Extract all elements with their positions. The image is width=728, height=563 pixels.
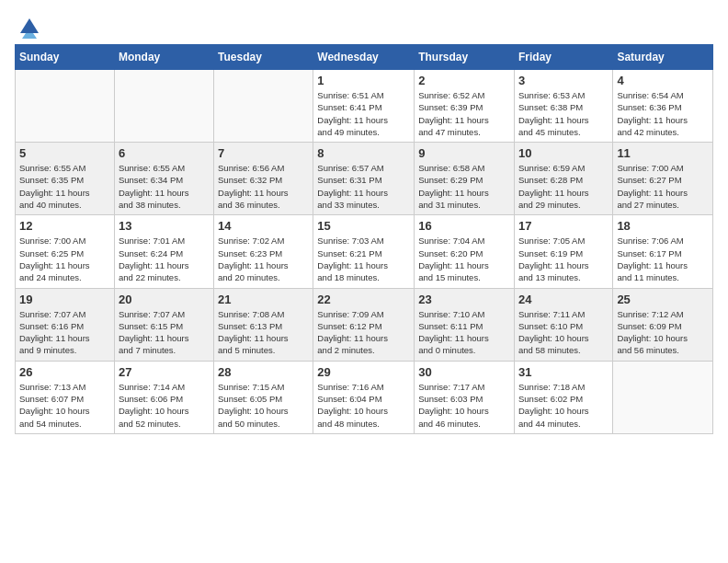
logo-icon bbox=[17, 15, 42, 40]
day-number: 14 bbox=[218, 219, 309, 233]
day-number: 5 bbox=[19, 146, 110, 160]
calendar-cell: 25Sunrise: 7:12 AM Sunset: 6:09 PM Dayli… bbox=[613, 288, 713, 361]
week-row-5: 26Sunrise: 7:13 AM Sunset: 6:07 PM Dayli… bbox=[16, 361, 713, 433]
calendar-cell bbox=[214, 70, 313, 143]
day-number: 15 bbox=[317, 219, 410, 233]
calendar-cell: 29Sunrise: 7:16 AM Sunset: 6:04 PM Dayli… bbox=[313, 361, 415, 433]
calendar-cell: 28Sunrise: 7:15 AM Sunset: 6:05 PM Dayli… bbox=[214, 361, 313, 433]
logo bbox=[15, 15, 42, 35]
calendar-cell: 11Sunrise: 7:00 AM Sunset: 6:27 PM Dayli… bbox=[613, 143, 713, 215]
day-info: Sunrise: 7:07 AM Sunset: 6:16 PM Dayligh… bbox=[19, 308, 110, 357]
day-info: Sunrise: 7:07 AM Sunset: 6:15 PM Dayligh… bbox=[119, 308, 210, 357]
calendar-cell: 22Sunrise: 7:09 AM Sunset: 6:12 PM Dayli… bbox=[313, 288, 415, 361]
calendar-cell: 18Sunrise: 7:06 AM Sunset: 6:17 PM Dayli… bbox=[613, 215, 713, 288]
header bbox=[15, 15, 713, 35]
col-header-tuesday: Tuesday bbox=[214, 45, 313, 70]
calendar-table: SundayMondayTuesdayWednesdayThursdayFrid… bbox=[15, 44, 713, 434]
day-info: Sunrise: 7:17 AM Sunset: 6:03 PM Dayligh… bbox=[418, 381, 510, 430]
col-header-wednesday: Wednesday bbox=[313, 45, 415, 70]
calendar-cell: 6Sunrise: 6:55 AM Sunset: 6:34 PM Daylig… bbox=[114, 143, 213, 215]
day-number: 17 bbox=[518, 219, 609, 233]
week-row-4: 19Sunrise: 7:07 AM Sunset: 6:16 PM Dayli… bbox=[16, 288, 713, 361]
calendar-cell: 20Sunrise: 7:07 AM Sunset: 6:15 PM Dayli… bbox=[114, 288, 213, 361]
calendar-cell: 4Sunrise: 6:54 AM Sunset: 6:36 PM Daylig… bbox=[613, 70, 713, 143]
calendar-cell: 21Sunrise: 7:08 AM Sunset: 6:13 PM Dayli… bbox=[214, 288, 313, 361]
calendar-cell: 30Sunrise: 7:17 AM Sunset: 6:03 PM Dayli… bbox=[415, 361, 515, 433]
day-number: 25 bbox=[617, 293, 709, 306]
day-info: Sunrise: 6:57 AM Sunset: 6:31 PM Dayligh… bbox=[317, 162, 410, 211]
calendar-cell: 8Sunrise: 6:57 AM Sunset: 6:31 PM Daylig… bbox=[313, 143, 415, 215]
calendar-cell: 27Sunrise: 7:14 AM Sunset: 6:06 PM Dayli… bbox=[114, 361, 213, 433]
day-info: Sunrise: 7:14 AM Sunset: 6:06 PM Dayligh… bbox=[119, 381, 210, 430]
calendar-cell: 10Sunrise: 6:59 AM Sunset: 6:28 PM Dayli… bbox=[514, 143, 612, 215]
col-header-monday: Monday bbox=[114, 45, 213, 70]
day-number: 11 bbox=[617, 146, 709, 160]
day-number: 18 bbox=[617, 219, 709, 233]
col-header-saturday: Saturday bbox=[613, 45, 713, 70]
day-info: Sunrise: 7:12 AM Sunset: 6:09 PM Dayligh… bbox=[617, 308, 709, 357]
week-row-1: 1Sunrise: 6:51 AM Sunset: 6:41 PM Daylig… bbox=[16, 70, 713, 143]
svg-marker-1 bbox=[22, 33, 37, 39]
day-info: Sunrise: 6:52 AM Sunset: 6:39 PM Dayligh… bbox=[418, 89, 510, 138]
day-number: 6 bbox=[119, 146, 210, 160]
day-info: Sunrise: 7:08 AM Sunset: 6:13 PM Dayligh… bbox=[218, 308, 309, 357]
day-number: 4 bbox=[617, 74, 709, 87]
day-number: 19 bbox=[19, 293, 110, 306]
day-info: Sunrise: 6:53 AM Sunset: 6:38 PM Dayligh… bbox=[518, 89, 609, 138]
calendar-cell: 17Sunrise: 7:05 AM Sunset: 6:19 PM Dayli… bbox=[514, 215, 612, 288]
day-number: 26 bbox=[19, 365, 110, 379]
calendar-cell: 7Sunrise: 6:56 AM Sunset: 6:32 PM Daylig… bbox=[214, 143, 313, 215]
day-number: 16 bbox=[418, 219, 510, 233]
calendar-cell: 9Sunrise: 6:58 AM Sunset: 6:29 PM Daylig… bbox=[415, 143, 515, 215]
day-number: 13 bbox=[119, 219, 210, 233]
day-info: Sunrise: 7:18 AM Sunset: 6:02 PM Dayligh… bbox=[518, 381, 609, 430]
day-number: 8 bbox=[317, 146, 410, 160]
day-info: Sunrise: 7:06 AM Sunset: 6:17 PM Dayligh… bbox=[617, 235, 709, 283]
day-number: 2 bbox=[418, 74, 510, 87]
day-number: 22 bbox=[317, 293, 410, 306]
day-info: Sunrise: 6:56 AM Sunset: 6:32 PM Dayligh… bbox=[218, 162, 309, 211]
day-info: Sunrise: 7:13 AM Sunset: 6:07 PM Dayligh… bbox=[19, 381, 110, 430]
day-number: 1 bbox=[317, 74, 410, 87]
day-number: 12 bbox=[19, 219, 110, 233]
day-number: 7 bbox=[218, 146, 309, 160]
calendar-cell: 1Sunrise: 6:51 AM Sunset: 6:41 PM Daylig… bbox=[313, 70, 415, 143]
day-number: 20 bbox=[119, 293, 210, 306]
calendar-cell: 15Sunrise: 7:03 AM Sunset: 6:21 PM Dayli… bbox=[313, 215, 415, 288]
day-number: 27 bbox=[119, 365, 210, 379]
day-number: 21 bbox=[218, 293, 309, 306]
day-number: 24 bbox=[518, 293, 609, 306]
header-row: SundayMondayTuesdayWednesdayThursdayFrid… bbox=[16, 45, 713, 70]
col-header-thursday: Thursday bbox=[415, 45, 515, 70]
day-info: Sunrise: 6:58 AM Sunset: 6:29 PM Dayligh… bbox=[418, 162, 510, 211]
calendar-cell: 23Sunrise: 7:10 AM Sunset: 6:11 PM Dayli… bbox=[415, 288, 515, 361]
day-info: Sunrise: 6:59 AM Sunset: 6:28 PM Dayligh… bbox=[518, 162, 609, 211]
day-number: 29 bbox=[317, 365, 410, 379]
day-info: Sunrise: 7:05 AM Sunset: 6:19 PM Dayligh… bbox=[518, 235, 609, 283]
day-info: Sunrise: 7:00 AM Sunset: 6:25 PM Dayligh… bbox=[19, 235, 110, 283]
day-number: 31 bbox=[518, 365, 609, 379]
day-number: 10 bbox=[518, 146, 609, 160]
col-header-sunday: Sunday bbox=[16, 45, 115, 70]
week-row-2: 5Sunrise: 6:55 AM Sunset: 6:35 PM Daylig… bbox=[16, 143, 713, 215]
day-number: 9 bbox=[418, 146, 510, 160]
svg-marker-0 bbox=[20, 18, 39, 33]
calendar-cell: 16Sunrise: 7:04 AM Sunset: 6:20 PM Dayli… bbox=[415, 215, 515, 288]
day-number: 3 bbox=[518, 74, 609, 87]
calendar-cell: 2Sunrise: 6:52 AM Sunset: 6:39 PM Daylig… bbox=[415, 70, 515, 143]
day-info: Sunrise: 7:01 AM Sunset: 6:24 PM Dayligh… bbox=[119, 235, 210, 283]
day-info: Sunrise: 7:10 AM Sunset: 6:11 PM Dayligh… bbox=[418, 308, 510, 357]
day-info: Sunrise: 7:03 AM Sunset: 6:21 PM Dayligh… bbox=[317, 235, 410, 283]
day-info: Sunrise: 7:11 AM Sunset: 6:10 PM Dayligh… bbox=[518, 308, 609, 357]
day-info: Sunrise: 6:51 AM Sunset: 6:41 PM Dayligh… bbox=[317, 89, 410, 138]
day-info: Sunrise: 7:15 AM Sunset: 6:05 PM Dayligh… bbox=[218, 381, 309, 430]
day-info: Sunrise: 6:54 AM Sunset: 6:36 PM Dayligh… bbox=[617, 89, 709, 138]
calendar-cell bbox=[613, 361, 713, 433]
day-number: 30 bbox=[418, 365, 510, 379]
day-info: Sunrise: 7:00 AM Sunset: 6:27 PM Dayligh… bbox=[617, 162, 709, 211]
day-info: Sunrise: 6:55 AM Sunset: 6:35 PM Dayligh… bbox=[19, 162, 110, 211]
day-number: 28 bbox=[218, 365, 309, 379]
col-header-friday: Friday bbox=[514, 45, 612, 70]
calendar-cell bbox=[114, 70, 213, 143]
week-row-3: 12Sunrise: 7:00 AM Sunset: 6:25 PM Dayli… bbox=[16, 215, 713, 288]
